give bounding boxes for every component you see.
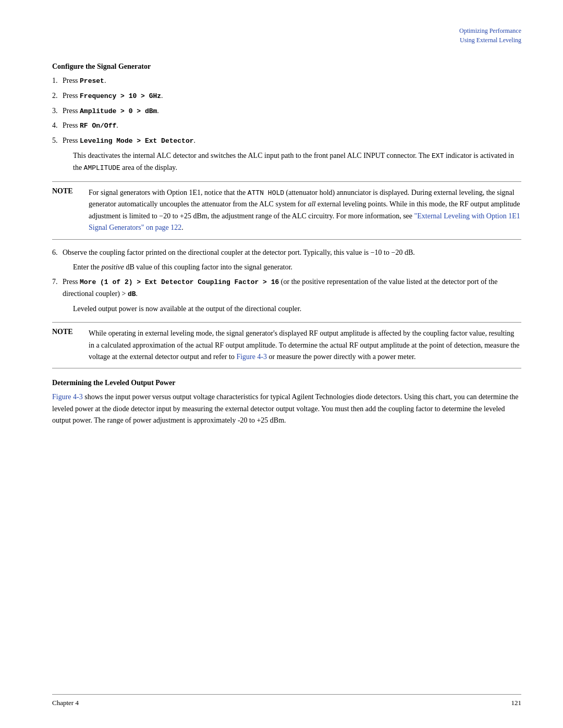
step7-key: More (1 of 2) > Ext Detector Coupling Fa… (80, 278, 279, 286)
step-6: 6. Observe the coupling factor printed o… (52, 247, 521, 258)
step7-list: 7. Press More (1 of 2) > Ext Detector Co… (52, 276, 521, 300)
step7-para: Leveled output power is now available at… (73, 303, 521, 315)
step6-para: Enter the positive dB value of this coup… (73, 262, 521, 273)
step3-key: Amplitude > 0 > dBm (80, 107, 157, 115)
page-header: Optimizing Performance Using External Le… (459, 26, 521, 45)
step-3: 3. Press Amplitude > 0 > dBm. (52, 105, 521, 117)
step2-key: Frequency > 10 > GHz (80, 92, 161, 100)
step1-key: Preset (80, 77, 104, 85)
note2-content: While operating in external leveling mod… (89, 328, 521, 363)
step-5: 5. Press Leveling Mode > Ext Detector. (52, 135, 521, 147)
step5-para: This deactivates the internal ALC detect… (73, 150, 521, 174)
note1-link[interactable]: "External Leveling with Option 1E1 Signa… (89, 212, 520, 231)
note-2: NOTE While operating in external levelin… (52, 322, 521, 368)
footer-page: 121 (511, 699, 522, 707)
configure-steps: 1. Press Preset. 2. Press Frequency > 10… (52, 75, 521, 147)
note2-figure-link[interactable]: Figure 4-3 (236, 353, 267, 361)
step6-list: 6. Observe the coupling factor printed o… (52, 247, 521, 258)
step-2: 2. Press Frequency > 10 > GHz. (52, 90, 521, 102)
step4-key: RF On/Off (80, 122, 116, 130)
step5-key: Leveling Mode > Ext Detector (80, 137, 193, 145)
header-line1: Optimizing Performance (459, 27, 521, 34)
step7-db: dB (128, 290, 136, 298)
footer-chapter: Chapter 4 (52, 699, 79, 707)
determining-section-title: Determining the Leveled Output Power (52, 379, 521, 387)
figure-4-3-link[interactable]: Figure 4-3 (52, 393, 83, 401)
page-footer: Chapter 4 121 (52, 694, 521, 707)
step-7: 7. Press More (1 of 2) > Ext Detector Co… (52, 276, 521, 300)
step-1: 1. Press Preset. (52, 75, 521, 87)
determining-para: Figure 4-3 shows the input power versus … (52, 391, 521, 426)
note2-label: NOTE (52, 328, 89, 363)
step-4: 4. Press RF On/Off. (52, 120, 521, 132)
header-line2: Using External Leveling (460, 36, 521, 44)
note1-content: For signal generators with Option 1E1, n… (89, 187, 521, 234)
page: Optimizing Performance Using External Le… (0, 0, 563, 728)
note1-label: NOTE (52, 187, 89, 234)
configure-section-title: Configure the Signal Generator (52, 63, 521, 71)
note-1: NOTE For signal generators with Option 1… (52, 181, 521, 240)
